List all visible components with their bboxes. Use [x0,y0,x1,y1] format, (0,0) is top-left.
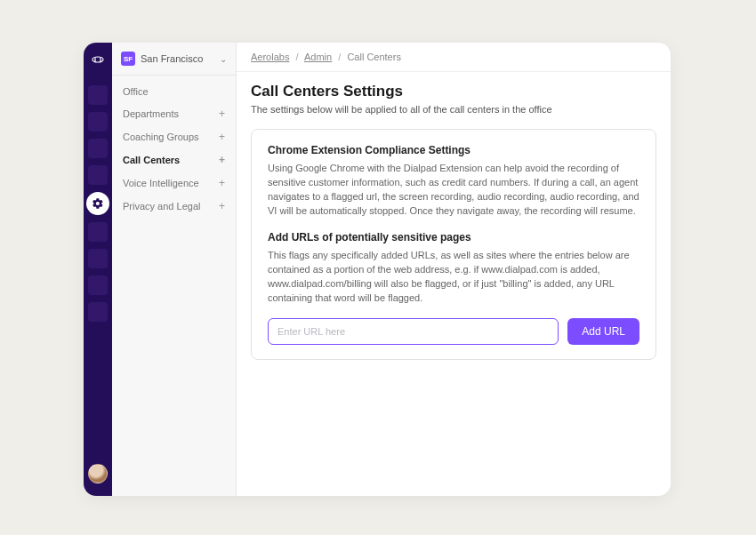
sidebar-item-label: Voice Intelligence [123,178,199,188]
chevron-down-icon: ⌄ [220,54,227,64]
card-section-body: Using Google Chrome with the Dialpad Ext… [268,162,639,219]
sidebar-item[interactable]: Departments+ [112,102,236,125]
sidebar-item-label: Office [123,86,149,97]
location-name: San Francisco [141,53,220,64]
breadcrumb-sep: / [295,52,298,62]
plus-icon[interactable]: + [219,200,225,212]
card-section-title: Add URLs of potentially sensitive pages [268,231,639,244]
sidebar-item[interactable]: Office [112,81,236,102]
sidebar-item-label: Coaching Groups [123,132,199,142]
breadcrumb-link[interactable]: Aerolabs [251,52,289,62]
sidebar-item[interactable]: Privacy and Legal+ [112,195,236,218]
rail-settings-icon[interactable] [86,192,109,215]
card-section-body: This flags any specifically added URLs, … [268,249,639,306]
rail-item[interactable] [88,302,108,322]
page-subtitle: The settings below will be applied to al… [251,104,656,115]
sidebar-item-label: Privacy and Legal [123,201,200,212]
rail-item[interactable] [88,275,108,295]
sidebar-nav: OfficeDepartments+Coaching Groups+Call C… [112,76,236,223]
breadcrumb-current: Call Centers [347,52,401,62]
app-window: SF San Francisco ⌄ OfficeDepartments+Coa… [84,43,671,496]
breadcrumb-sep: / [338,52,341,62]
plus-icon[interactable]: + [219,108,225,120]
location-badge: SF [121,52,135,66]
url-input[interactable] [268,318,559,345]
content: Call Centers Settings The settings below… [237,72,671,371]
rail-item[interactable] [88,85,108,105]
breadcrumb-link[interactable]: Admin [304,52,332,62]
main-panel: Aerolabs / Admin / Call Centers Call Cen… [237,43,671,496]
plus-icon[interactable]: + [219,154,225,166]
url-input-row: Add URL [268,318,639,345]
logo-icon [91,53,105,68]
rail-item[interactable] [88,222,108,242]
page-title: Call Centers Settings [251,83,656,100]
add-url-button[interactable]: Add URL [567,318,639,345]
sidebar-item-label: Call Centers [123,155,180,165]
card-section-title: Chrome Extension Compliance Settings [268,144,639,156]
sidebar-item-label: Departments [123,108,179,119]
settings-card: Chrome Extension Compliance Settings Usi… [251,129,656,360]
avatar[interactable] [88,464,108,483]
breadcrumb: Aerolabs / Admin / Call Centers [237,43,671,72]
plus-icon[interactable]: + [219,131,225,143]
sidebar-item[interactable]: Coaching Groups+ [112,125,236,148]
rail-item[interactable] [88,249,108,268]
left-rail [84,43,112,496]
sidebar-item[interactable]: Call Centers+ [112,148,236,172]
sidebar: SF San Francisco ⌄ OfficeDepartments+Coa… [112,43,237,496]
plus-icon[interactable]: + [219,177,225,189]
rail-item[interactable] [88,165,108,185]
location-selector[interactable]: SF San Francisco ⌄ [112,43,236,76]
rail-item[interactable] [88,112,108,132]
rail-item[interactable] [88,139,108,158]
sidebar-item[interactable]: Voice Intelligence+ [112,172,236,195]
